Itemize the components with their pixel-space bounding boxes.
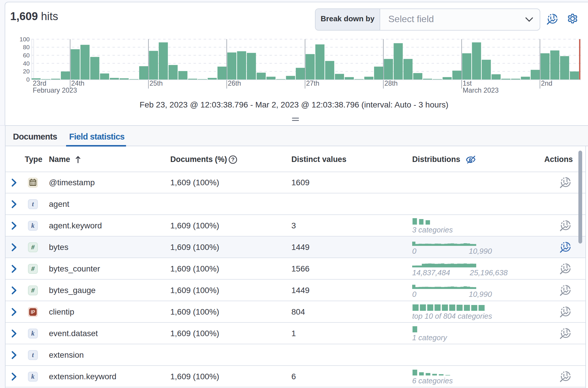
svg-text:24th: 24th — [71, 80, 84, 87]
svg-text:February 2023: February 2023 — [33, 87, 77, 94]
svg-text:28th: 28th — [384, 80, 398, 87]
svg-text:?: ? — [231, 156, 235, 163]
svg-text:100: 100 — [20, 36, 30, 43]
svg-text:0: 0 — [26, 76, 30, 83]
svg-text:1st: 1st — [463, 80, 472, 87]
svg-text:25th: 25th — [149, 80, 163, 87]
svg-text:26th: 26th — [228, 80, 241, 87]
svg-text:40: 40 — [23, 60, 30, 67]
svg-text:60: 60 — [23, 52, 30, 59]
svg-text:2nd: 2nd — [541, 80, 552, 87]
svg-text:23rd: 23rd — [33, 80, 46, 87]
svg-text:80: 80 — [23, 44, 30, 50]
svg-text:March 2023: March 2023 — [463, 87, 499, 94]
svg-text:27th: 27th — [306, 80, 319, 87]
svg-text:20: 20 — [23, 68, 30, 75]
svg-text:IP: IP — [31, 310, 35, 315]
